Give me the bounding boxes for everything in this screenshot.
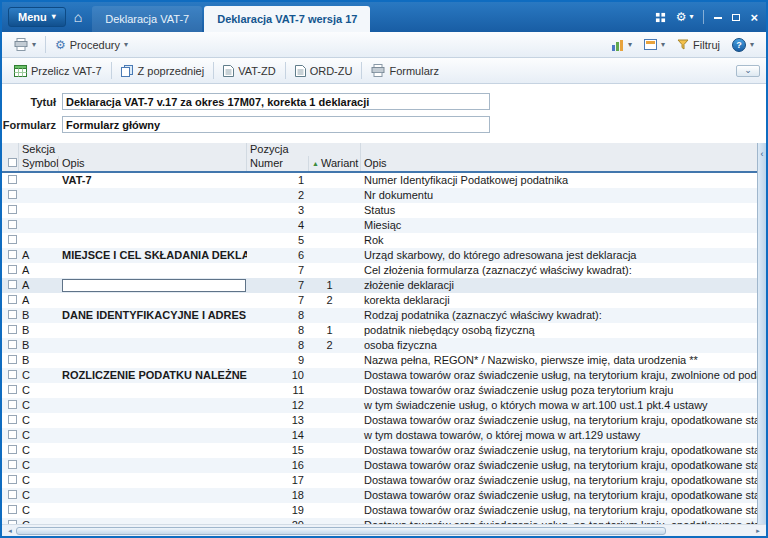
table-row[interactable]: C18Dostawa towarów oraz świadczenie usłu… — [2, 488, 766, 503]
collapse-panel-button[interactable]: ⌄ — [736, 65, 760, 77]
ord-zu-button[interactable]: ORD-ZU — [289, 63, 359, 79]
row-checkbox[interactable] — [8, 520, 17, 524]
row-select-cell[interactable] — [2, 233, 19, 248]
row-edit-input[interactable] — [62, 279, 246, 292]
row-select-cell[interactable] — [2, 413, 19, 428]
table-row[interactable]: B82osoba fizyczna — [2, 338, 766, 353]
chart-button[interactable]: ▾ — [605, 37, 638, 53]
settings-button[interactable]: ⚙ ▾ — [676, 11, 694, 23]
horizontal-scrollbar[interactable]: ◄ ► — [2, 524, 766, 536]
row-checkbox[interactable] — [8, 250, 17, 259]
close-button[interactable]: × — [750, 11, 758, 24]
table-row[interactable]: C20Dostawa towarów oraz świadczenie usłu… — [2, 518, 766, 524]
table-row[interactable]: C11Dostawa towarów oraz świadczenie usłu… — [2, 383, 766, 398]
table-row[interactable]: C17Dostawa towarów oraz świadczenie usłu… — [2, 473, 766, 488]
row-select-cell[interactable] — [2, 368, 19, 383]
table-row[interactable]: A71złożenie deklaracji — [2, 278, 766, 293]
table-row[interactable]: VAT-71Numer Identyfikacji Podatkowej pod… — [2, 173, 766, 188]
row-checkbox[interactable] — [8, 430, 17, 439]
row-select-cell[interactable] — [2, 428, 19, 443]
row-select-cell[interactable] — [2, 203, 19, 218]
row-select-cell[interactable] — [2, 383, 19, 398]
row-checkbox[interactable] — [8, 415, 17, 424]
header-symbol[interactable]: Symbol — [19, 156, 59, 171]
title-input[interactable] — [62, 93, 490, 110]
row-select-cell[interactable] — [2, 473, 19, 488]
row-select-cell[interactable] — [2, 353, 19, 368]
apps-grid-button[interactable] — [655, 12, 666, 23]
row-select-cell[interactable] — [2, 398, 19, 413]
tab-deklaracja-vat7[interactable]: Deklaracja VAT-7 — [92, 6, 202, 32]
row-select-cell[interactable] — [2, 293, 19, 308]
home-button[interactable]: ⌂ — [74, 9, 82, 25]
row-checkbox[interactable] — [8, 370, 17, 379]
table-row[interactable]: BDANE IDENTYFIKACYJNE I ADRES SIEDZIBY*8… — [2, 308, 766, 323]
row-checkbox[interactable] — [8, 400, 17, 409]
row-checkbox[interactable] — [8, 445, 17, 454]
row-checkbox[interactable] — [8, 190, 17, 199]
przelicz-vat7-button[interactable]: Przelicz VAT-7 — [8, 63, 108, 79]
header-select-all[interactable] — [2, 156, 19, 171]
row-checkbox[interactable] — [8, 175, 17, 184]
table-row[interactable]: C19Dostawa towarów oraz świadczenie usłu… — [2, 503, 766, 518]
table-row[interactable]: A72korekta deklaracji — [2, 293, 766, 308]
table-row[interactable]: C15Dostawa towarów oraz świadczenie usłu… — [2, 443, 766, 458]
row-checkbox[interactable] — [8, 325, 17, 334]
table-row[interactable]: 5Rok — [2, 233, 766, 248]
table-row[interactable]: A7Cel złożenia formularza (zaznaczyć wła… — [2, 263, 766, 278]
row-checkbox[interactable] — [8, 265, 17, 274]
table-row[interactable]: B9Nazwa pełna, REGON* / Nazwisko, pierws… — [2, 353, 766, 368]
header-group-sekcja[interactable]: Sekcja — [19, 143, 247, 156]
header-opis-2[interactable]: Opis — [361, 156, 766, 171]
row-checkbox[interactable] — [8, 310, 17, 319]
table-row[interactable]: 3Status — [2, 203, 766, 218]
row-checkbox[interactable] — [8, 280, 17, 289]
view-selector-button[interactable]: ▾ — [638, 37, 671, 52]
print-button[interactable]: ▾ — [8, 36, 42, 53]
row-select-cell[interactable] — [2, 263, 19, 278]
formularz-input[interactable] — [62, 116, 490, 133]
row-select-cell[interactable] — [2, 278, 19, 293]
maximize-button[interactable] — [732, 14, 740, 21]
row-checkbox[interactable] — [8, 475, 17, 484]
table-row[interactable]: AMIEJSCE I CEL SKŁADANIA DEKLARACJI6Urzą… — [2, 248, 766, 263]
table-row[interactable]: C12w tym świadczenie usług, o których mo… — [2, 398, 766, 413]
scrollbar-thumb[interactable] — [16, 527, 666, 535]
row-select-cell[interactable] — [2, 443, 19, 458]
select-all-checkbox[interactable] — [8, 158, 17, 167]
table-row[interactable]: CROZLICZENIE PODATKU NALEŻNEGO10Dostawa … — [2, 368, 766, 383]
row-select-cell[interactable] — [2, 218, 19, 233]
scroll-right-button[interactable]: ► — [752, 528, 764, 534]
row-checkbox[interactable] — [8, 385, 17, 394]
collapsed-side-panel[interactable]: ‹ — [757, 143, 766, 524]
row-select-cell[interactable] — [2, 173, 19, 188]
table-row[interactable]: 2Nr dokumentu — [2, 188, 766, 203]
row-checkbox[interactable] — [8, 235, 17, 244]
scroll-left-button[interactable]: ◄ — [4, 528, 16, 534]
vat-zd-button[interactable]: VAT-ZD — [217, 63, 281, 79]
row-checkbox[interactable] — [8, 355, 17, 364]
row-select-cell[interactable] — [2, 488, 19, 503]
row-select-cell[interactable] — [2, 338, 19, 353]
row-checkbox[interactable] — [8, 295, 17, 304]
menu-button[interactable]: Menu ▾ — [8, 7, 66, 27]
row-select-cell[interactable] — [2, 458, 19, 473]
header-group-pozycja[interactable]: Pozycja — [247, 143, 361, 156]
header-wariant[interactable]: ▲Wariant — [309, 156, 361, 171]
row-select-cell[interactable] — [2, 248, 19, 263]
row-checkbox[interactable] — [8, 205, 17, 214]
tab-deklaracja-vat7-wersja17[interactable]: Deklaracja VAT-7 wersja 17 — [204, 6, 370, 32]
row-checkbox[interactable] — [8, 505, 17, 514]
header-numer[interactable]: Numer — [247, 156, 309, 171]
table-row[interactable]: C13Dostawa towarów oraz świadczenie usłu… — [2, 413, 766, 428]
row-checkbox[interactable] — [8, 460, 17, 469]
procedures-button[interactable]: ⚙ Procedury ▾ — [49, 37, 134, 53]
table-row[interactable]: B81podatnik niebędący osobą fizyczną — [2, 323, 766, 338]
z-poprzedniej-button[interactable]: Z poprzedniej — [115, 63, 211, 79]
row-checkbox[interactable] — [8, 490, 17, 499]
row-select-cell[interactable] — [2, 188, 19, 203]
minimize-button[interactable] — [714, 16, 722, 19]
row-select-cell[interactable] — [2, 518, 19, 524]
row-select-cell[interactable] — [2, 323, 19, 338]
header-opis-1[interactable]: Opis — [59, 156, 247, 171]
